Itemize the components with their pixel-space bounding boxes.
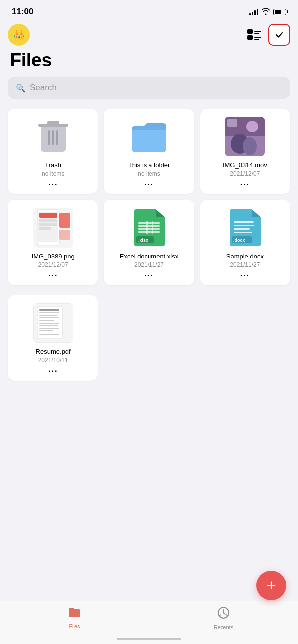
svg-text:.xlsx: .xlsx (138, 238, 148, 243)
svg-rect-45 (39, 312, 59, 313)
svg-rect-5 (254, 39, 259, 40)
file-icon-docx: .docx (225, 208, 265, 248)
svg-rect-52 (39, 330, 53, 331)
svg-rect-46 (39, 315, 57, 316)
search-bar[interactable]: 🔍 Search (8, 77, 290, 99)
file-more-trash[interactable]: ··· (48, 180, 58, 189)
signal-icon (249, 8, 258, 15)
file-meta-pdf: 2021/10/11 (38, 357, 68, 364)
file-meta-trash: no items (42, 170, 64, 177)
wifi-icon (261, 8, 270, 16)
svg-point-15 (246, 121, 258, 132)
svg-rect-12 (56, 130, 58, 145)
search-icon: 🔍 (16, 83, 26, 93)
file-meta-mov: 2021/12/07 (230, 170, 260, 177)
file-name-mov: IMG_0314.mov (223, 161, 267, 169)
file-more-docx[interactable]: ··· (240, 271, 250, 280)
file-icon-trash (33, 117, 73, 156)
header: 👑 (0, 20, 298, 48)
add-icon: + (267, 578, 276, 593)
file-more-xlsx[interactable]: ··· (144, 271, 153, 280)
svg-rect-38 (234, 228, 250, 230)
file-more-mov[interactable]: ··· (240, 180, 250, 189)
file-more-png[interactable]: ··· (48, 271, 58, 280)
tab-recents[interactable]: Recents (149, 606, 298, 630)
file-name-png: IMG_0389.png (32, 253, 74, 260)
svg-rect-53 (39, 334, 59, 335)
file-meta-xlsx: 2021/11/27 (134, 261, 164, 268)
svg-text:.docx: .docx (233, 238, 245, 243)
svg-rect-28 (138, 222, 160, 224)
svg-rect-22 (39, 213, 57, 218)
svg-rect-2 (254, 31, 261, 32)
file-meta-folder: no items (138, 170, 160, 177)
avatar[interactable]: 👑 (8, 24, 30, 46)
tab-files-label: Files (69, 623, 80, 629)
svg-rect-1 (247, 35, 253, 40)
file-meta-docx: 2021/11/27 (230, 261, 260, 268)
file-icon-mov (225, 117, 265, 156)
files-tab-icon (68, 606, 81, 622)
svg-rect-30 (138, 228, 160, 230)
page-title: Files (0, 48, 298, 77)
svg-rect-51 (39, 328, 59, 329)
file-icon-folder (129, 117, 169, 156)
svg-rect-37 (234, 225, 254, 226)
tab-recents-label: Recents (214, 624, 233, 630)
recents-tab-icon (217, 606, 230, 623)
file-meta-png: 2021/12/07 (38, 261, 68, 268)
svg-rect-11 (52, 130, 54, 145)
svg-rect-39 (234, 232, 252, 233)
file-card-trash[interactable]: Trash no items ··· (8, 109, 98, 194)
file-more-folder[interactable]: ··· (144, 180, 153, 189)
svg-rect-49 (39, 323, 59, 324)
search-placeholder: Search (30, 83, 57, 93)
svg-rect-9 (38, 124, 68, 127)
file-card-folder[interactable]: This is a folder no items ··· (104, 109, 194, 194)
file-name-pdf: Resume.pdf (36, 348, 71, 355)
tab-files[interactable]: Files (0, 606, 149, 629)
svg-rect-31 (138, 231, 160, 233)
file-more-pdf[interactable]: ··· (48, 367, 58, 376)
add-button[interactable]: + (256, 571, 286, 600)
svg-rect-24 (39, 223, 57, 226)
home-indicator (117, 638, 181, 640)
file-card-xlsx[interactable]: .xlsx Excel document.xlsx 2021/11/27 ··· (104, 200, 194, 285)
file-card-pdf[interactable]: Resume.pdf 2021/10/11 ··· (8, 295, 98, 381)
svg-rect-0 (247, 29, 253, 34)
svg-rect-10 (48, 130, 50, 145)
file-name-folder: This is a folder (128, 161, 170, 169)
file-icon-pdf (33, 303, 73, 343)
svg-rect-48 (39, 320, 54, 321)
svg-rect-4 (254, 37, 261, 38)
header-actions (245, 24, 290, 46)
svg-rect-47 (39, 317, 59, 318)
svg-rect-29 (138, 225, 160, 227)
file-name-trash: Trash (45, 161, 61, 169)
file-name-xlsx: Excel document.xlsx (120, 253, 179, 260)
svg-rect-36 (234, 221, 254, 223)
grid-view-button[interactable] (245, 26, 263, 44)
file-card-png[interactable]: IMG_0389.png 2021/12/07 ··· (8, 200, 98, 285)
svg-rect-44 (39, 309, 59, 311)
battery-icon (273, 9, 286, 15)
svg-rect-3 (254, 33, 259, 34)
svg-rect-33 (152, 221, 153, 234)
file-icon-png (33, 208, 73, 248)
svg-point-17 (243, 137, 257, 155)
files-grid: Trash no items ··· This is a folder no i… (0, 109, 298, 285)
file-icon-xlsx: .xlsx (129, 208, 169, 248)
svg-rect-23 (39, 219, 57, 222)
svg-rect-32 (146, 221, 148, 234)
status-time: 11:00 (12, 7, 33, 17)
svg-rect-25 (39, 227, 51, 230)
status-bar: 11:00 (0, 0, 298, 20)
svg-rect-26 (59, 213, 70, 228)
file-card-docx[interactable]: .docx Sample.docx 2021/11/27 ··· (200, 200, 290, 285)
file-name-docx: Sample.docx (226, 253, 264, 260)
select-button[interactable] (268, 24, 290, 46)
svg-rect-18 (227, 119, 237, 127)
status-icons (249, 8, 286, 16)
svg-rect-27 (59, 230, 70, 240)
file-card-mov[interactable]: IMG_0314.mov 2021/12/07 ··· (200, 109, 290, 194)
